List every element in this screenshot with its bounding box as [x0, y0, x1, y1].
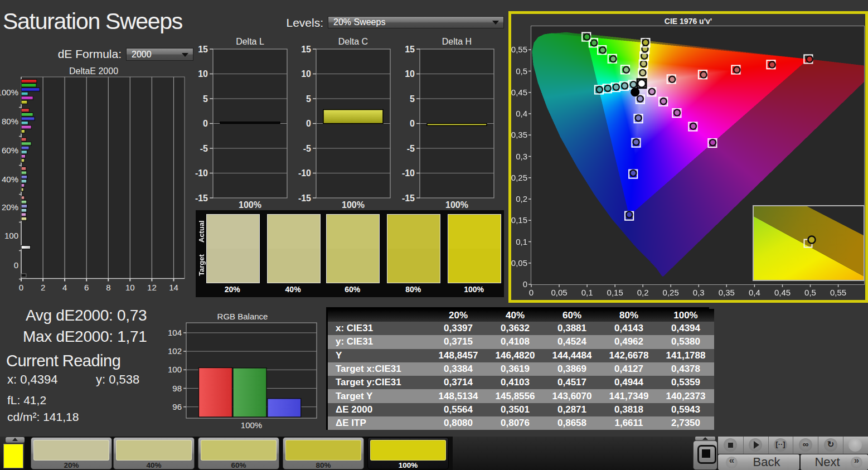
svg-text:96: 96 — [172, 402, 182, 411]
svg-text:10: 10 — [125, 283, 135, 292]
svg-text:-10: -10 — [298, 168, 311, 178]
svg-text:80%: 80% — [2, 117, 18, 126]
svg-text:-15: -15 — [298, 193, 311, 203]
svg-text:5: 5 — [306, 94, 311, 104]
svg-text:0,45: 0,45 — [774, 288, 791, 297]
svg-text:102: 102 — [168, 346, 182, 356]
svg-text:100%: 100% — [0, 88, 18, 97]
svg-text:10: 10 — [405, 69, 415, 79]
svg-text:0,05: 0,05 — [511, 258, 527, 268]
svg-text:0,4: 0,4 — [749, 288, 760, 297]
svg-text:0,55: 0,55 — [830, 288, 846, 297]
svg-text:6: 6 — [84, 283, 89, 292]
svg-text:0: 0 — [14, 260, 18, 270]
svg-text:0,15: 0,15 — [607, 288, 623, 297]
svg-text:104: 104 — [168, 328, 182, 337]
svg-text:-10: -10 — [402, 168, 415, 178]
svg-text:5: 5 — [410, 94, 415, 104]
svg-text:12: 12 — [147, 283, 157, 292]
svg-text:0,25: 0,25 — [663, 288, 679, 297]
svg-text:98: 98 — [172, 384, 182, 393]
svg-text:-15: -15 — [402, 193, 415, 203]
svg-text:0: 0 — [306, 119, 311, 128]
svg-text:0,1: 0,1 — [516, 237, 527, 246]
svg-text:20%: 20% — [2, 202, 18, 212]
svg-text:0: 0 — [203, 119, 208, 128]
svg-text:10: 10 — [301, 69, 311, 79]
svg-text:0,25: 0,25 — [511, 173, 527, 182]
svg-text:2: 2 — [41, 283, 45, 292]
svg-text:5: 5 — [203, 94, 208, 104]
svg-text:14: 14 — [169, 283, 178, 292]
svg-text:0: 0 — [410, 119, 415, 128]
svg-text:100: 100 — [168, 365, 182, 374]
svg-text:0: 0 — [523, 279, 527, 289]
svg-text:15: 15 — [301, 45, 311, 54]
svg-text:0,3: 0,3 — [693, 288, 705, 297]
svg-text:40%: 40% — [2, 175, 18, 184]
svg-text:0,3: 0,3 — [516, 152, 527, 161]
svg-text:10: 10 — [198, 69, 208, 79]
svg-text:0,5: 0,5 — [804, 288, 816, 297]
svg-text:0: 0 — [529, 288, 534, 297]
svg-text:0,5: 0,5 — [516, 66, 527, 76]
svg-text:-15: -15 — [195, 193, 208, 203]
svg-text:Delta L: Delta L — [236, 37, 264, 46]
svg-text:15: 15 — [198, 45, 208, 54]
svg-text:100%: 100% — [241, 420, 262, 430]
svg-text:DeltaE 2000: DeltaE 2000 — [69, 66, 118, 76]
svg-text:0,2: 0,2 — [516, 194, 527, 203]
svg-text:0,55: 0,55 — [511, 45, 527, 54]
svg-text:0,1: 0,1 — [581, 288, 593, 297]
svg-text:100%: 100% — [445, 200, 468, 210]
svg-text:60%: 60% — [2, 146, 18, 155]
svg-text:-5: -5 — [407, 144, 415, 153]
svg-text:100: 100 — [4, 231, 18, 240]
svg-text:0,35: 0,35 — [511, 130, 527, 139]
svg-text:0,2: 0,2 — [637, 288, 649, 297]
svg-text:Delta C: Delta C — [338, 37, 368, 46]
svg-text:0,05: 0,05 — [551, 288, 567, 297]
svg-text:-10: -10 — [195, 168, 208, 178]
svg-text:-5: -5 — [303, 144, 311, 153]
svg-text:0: 0 — [19, 283, 23, 292]
svg-text:Delta H: Delta H — [442, 37, 472, 46]
svg-text:0,15: 0,15 — [511, 215, 527, 225]
svg-text:0,4: 0,4 — [516, 109, 527, 118]
svg-text:100%: 100% — [342, 200, 365, 210]
svg-text:0,35: 0,35 — [719, 288, 735, 297]
svg-text:0,45: 0,45 — [511, 88, 527, 97]
svg-text:-5: -5 — [200, 144, 208, 153]
svg-text:RGB Balance: RGB Balance — [217, 312, 268, 321]
svg-text:4: 4 — [62, 283, 67, 292]
svg-text:15: 15 — [405, 45, 415, 54]
svg-text:100%: 100% — [239, 200, 261, 210]
svg-text:8: 8 — [106, 283, 110, 292]
